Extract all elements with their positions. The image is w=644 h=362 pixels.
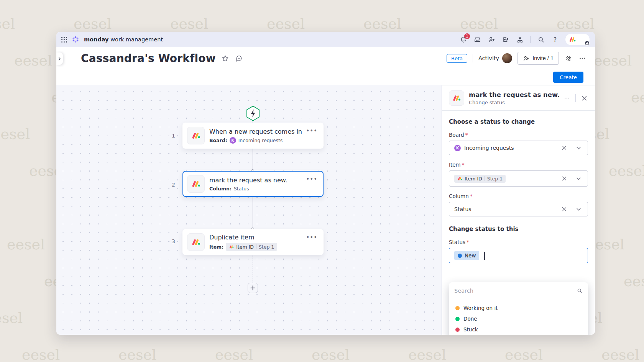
invite-person-icon [523,55,529,62]
watermark-text: eesel [363,15,401,32]
step-number: 3 [164,238,175,244]
app-launcher-icon[interactable] [60,36,68,43]
status-chip-label: New [465,252,476,259]
required-asterisk: * [465,132,468,138]
item-field[interactable]: Item ID Step 1 [449,170,588,187]
status-option-done[interactable]: Done [450,313,586,324]
favorite-star-icon[interactable] [221,54,230,62]
beta-badge: Beta [447,54,467,63]
chevron-down-icon[interactable] [574,174,583,183]
add-step-button[interactable] [248,283,258,293]
comment-plus-icon[interactable] [235,54,243,62]
step-field-label: Column: [209,186,232,192]
chevron-down-icon[interactable] [574,205,583,214]
watermark-text: eesel [609,162,644,179]
status-field[interactable]: New [449,248,588,263]
step-field-value: Incoming requests [238,138,283,143]
status-chip-new: New [454,251,479,260]
product-switcher-icon[interactable] [516,36,524,43]
brand-bold: monday [84,36,109,43]
inbox-icon[interactable] [473,36,481,43]
step-menu-icon[interactable]: ••• [304,127,319,135]
required-asterisk: * [467,239,469,245]
monday-logo-mark-icon [568,36,576,43]
column-field[interactable]: Status [449,202,588,216]
panel-header-divider [575,94,576,102]
chip-primary-label: Item ID [236,244,254,250]
step-title: Duplicate item [209,234,300,241]
step-menu-icon[interactable]: ••• [304,233,319,242]
watermark-text: eesel [557,15,595,32]
watermark-text: eesel [631,89,644,106]
panel-close-icon[interactable] [580,93,589,103]
item-reference-chip: Item ID Step 1 [226,243,277,251]
clear-field-icon[interactable] [560,205,569,214]
workflow-step-card-1[interactable]: When a new request comes in Board: K Inc… [182,123,324,149]
notifications-bell-icon[interactable]: 1 [459,36,467,43]
monday-mini-logo-icon [457,176,462,181]
chip-divider [256,244,256,249]
apps-marketplace-icon[interactable] [502,36,509,43]
dropdown-search-input[interactable] [454,288,573,294]
watermark-text: eesel [22,346,60,362]
status-option-stuck[interactable]: Stuck [450,324,586,335]
notification-badge: 1 [464,33,470,39]
help-icon[interactable]: ? [551,36,559,43]
page-title: Cassandra's Workflow [81,52,216,65]
create-button[interactable]: Create [553,72,583,83]
chip-primary-label: Item ID [465,176,482,182]
settings-gear-icon[interactable] [564,54,573,62]
topbar: monday work management 1 [56,32,595,47]
trigger-hexagon-icon[interactable] [245,105,261,123]
chip-secondary-label: Step 1 [487,176,503,182]
chip-secondary-label: Step 1 [259,244,274,250]
product-name: monday work management [84,36,163,43]
item-field-label: Item* [449,162,588,168]
monday-app-icon [187,233,205,251]
app-window: monday work management 1 [56,32,595,335]
profile-pill[interactable] [565,34,590,45]
activity-avatar [502,53,512,63]
section-title-choose-status: Choose a status to change [449,118,588,125]
watermark-text: eesel [594,52,632,69]
header-more-options-icon[interactable] [578,54,586,62]
watermark-text: eesel [215,346,253,362]
status-option-working-on-it[interactable]: Working on it [450,303,586,313]
status-option-label: Done [463,316,477,322]
board-badge: K [230,137,236,144]
invite-members-icon[interactable] [488,36,495,43]
clear-field-icon[interactable] [560,174,569,183]
watermark-text: eesel [7,236,45,253]
connector-line-dashed [253,254,253,283]
invite-button[interactable]: Invite / 1 [518,52,559,65]
panel-header: mark the request as new. Change status [442,85,595,111]
status-dot [455,306,460,310]
workflow-step-card-3[interactable]: Duplicate item Item: Item ID Step 1 [182,229,324,255]
expand-sidebar-button[interactable] [56,52,63,65]
step-menu-icon[interactable]: ••• [304,175,319,183]
monday-flower-logo-icon[interactable] [72,36,79,43]
board-field-value: Incoming requests [464,145,514,151]
watermark-text: eesel [460,15,498,32]
topbar-divider [530,36,531,43]
watermark-text: eesel [0,126,30,143]
watermark-text: eesel [14,52,52,69]
board-badge: K [454,145,461,151]
workflow-step-card-2[interactable]: mark the request as new. Column: Status … [182,171,324,197]
dropdown-search-row [449,282,588,299]
monday-mini-logo-icon [229,244,234,249]
activity-button[interactable]: Activity [478,53,512,63]
chevron-down-icon[interactable] [574,143,583,152]
step-field-label: Item: [209,244,223,250]
board-header: Cassandra's Workflow Beta Activity [56,47,595,69]
step-field-label: Board: [209,138,227,143]
header-divider [473,54,473,62]
board-field[interactable]: K Incoming requests [449,141,588,155]
panel-more-options-icon[interactable] [562,93,572,103]
search-icon[interactable] [537,36,545,43]
clear-field-icon[interactable] [560,143,569,152]
workflow-toolbar: Create [56,69,595,85]
board-field-label: Board* [449,132,588,138]
monday-app-icon [187,175,205,193]
status-field-label: Status* [449,239,588,245]
